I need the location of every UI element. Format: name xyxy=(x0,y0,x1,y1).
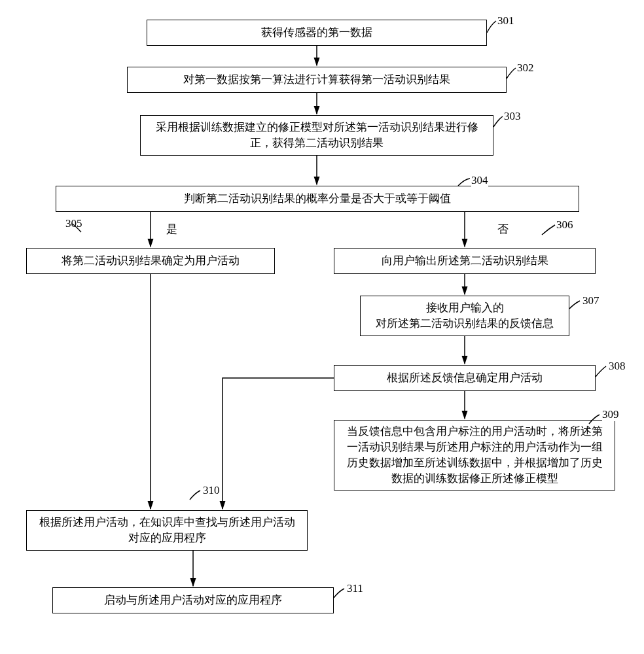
step-text: 采用根据训练数据建立的修正模型对所述第一活动识别结果进行修正，获得第二活动识别结… xyxy=(149,120,485,151)
step-number-306: 306 xyxy=(556,218,573,232)
step-311: 启动与所述用户活动对应的应用程序 xyxy=(52,587,334,613)
step-309: 当反馈信息中包含用户标注的用户活动时，将所述第一活动识别结果与所述用户标注的用户… xyxy=(334,420,615,490)
branch-no: 否 xyxy=(497,222,509,237)
step-text: 根据所述用户活动，在知识库中查找与所述用户活动对应的应用程序 xyxy=(35,515,299,546)
step-number-308: 308 xyxy=(609,360,626,373)
step-303: 采用根据训练数据建立的修正模型对所述第一活动识别结果进行修正，获得第二活动识别结… xyxy=(140,115,493,156)
step-310: 根据所述用户活动，在知识库中查找与所述用户活动对应的应用程序 xyxy=(26,510,308,551)
step-304: 判断第二活动识别结果的概率分量是否大于或等于阈值 xyxy=(56,186,579,212)
step-text: 将第二活动识别结果确定为用户活动 xyxy=(62,253,240,269)
step-number-307: 307 xyxy=(582,294,599,307)
step-308: 根据所述反馈信息确定用户活动 xyxy=(334,365,596,391)
step-text-l2: 对所述第二活动识别结果的反馈信息 xyxy=(376,317,554,330)
step-text-wrap: 接收用户输入的 对所述第二活动识别结果的反馈信息 xyxy=(376,300,554,332)
step-number-303: 303 xyxy=(504,110,521,123)
step-307: 接收用户输入的 对所述第二活动识别结果的反馈信息 xyxy=(360,296,569,336)
step-number-302: 302 xyxy=(517,61,534,75)
step-number-301: 301 xyxy=(497,14,514,27)
flowchart-container: 获得传感器的第一数据 301 对第一数据按第一算法进行计算获得第一活动识别结果 … xyxy=(13,13,631,641)
step-text: 获得传感器的第一数据 xyxy=(261,25,372,41)
step-302: 对第一数据按第一算法进行计算获得第一活动识别结果 xyxy=(127,67,507,93)
step-text: 向用户输出所述第二活动识别结果 xyxy=(382,253,548,269)
step-305: 将第二活动识别结果确定为用户活动 xyxy=(26,248,275,274)
step-number-304: 304 xyxy=(471,174,488,187)
step-number-311: 311 xyxy=(347,582,363,595)
branch-yes: 是 xyxy=(166,222,177,237)
step-text: 当反馈信息中包含用户标注的用户活动时，将所述第一活动识别结果与所述用户标注的用户… xyxy=(342,424,607,486)
step-text: 判断第二活动识别结果的概率分量是否大于或等于阈值 xyxy=(184,191,451,207)
step-301: 获得传感器的第一数据 xyxy=(147,20,487,46)
step-text: 对第一数据按第一算法进行计算获得第一活动识别结果 xyxy=(183,72,450,88)
step-text: 根据所述反馈信息确定用户活动 xyxy=(387,370,543,386)
step-number-305: 305 xyxy=(65,217,82,230)
step-306: 向用户输出所述第二活动识别结果 xyxy=(334,248,596,274)
step-text-l1: 接收用户输入的 xyxy=(426,301,504,314)
step-text: 启动与所述用户活动对应的应用程序 xyxy=(104,593,282,608)
step-number-310: 310 xyxy=(203,484,220,497)
step-number-309: 309 xyxy=(602,408,619,421)
